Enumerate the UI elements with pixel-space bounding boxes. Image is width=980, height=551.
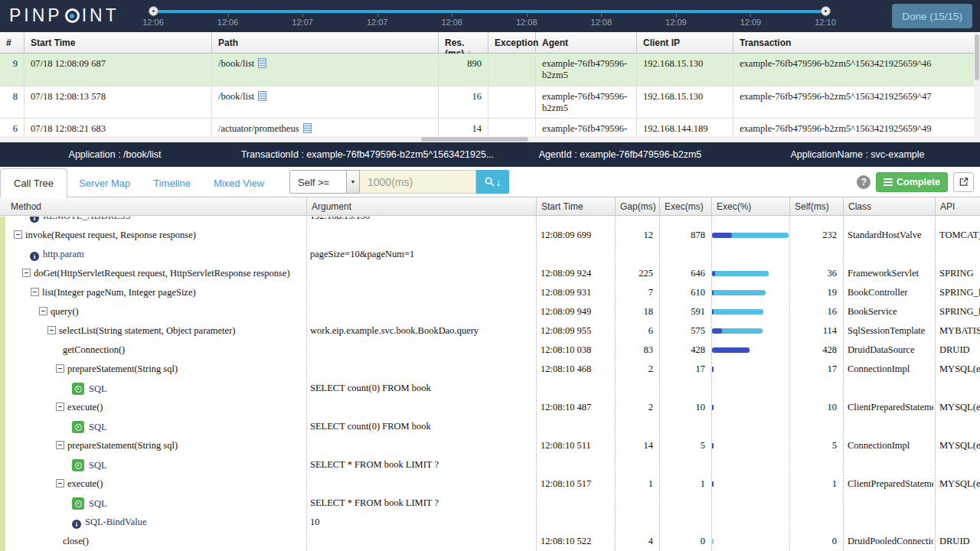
tree-col-header[interactable]: Argument [306, 197, 536, 216]
tree-col-header[interactable]: Gap(ms) [615, 197, 659, 216]
collapse-expander-icon[interactable] [56, 441, 64, 449]
tx-cell[interactable]: example-76fb479596-b2zm5 [536, 86, 637, 118]
call-tree-row[interactable]: SQL SELECT count(0) FROM book [0, 379, 980, 398]
timeline-slider[interactable]: 12:06 12:06 12:07 12:07 12:08 12:08 12:0… [153, 0, 825, 32]
tx-cell[interactable]: 07/18 12:08:09 687 [24, 54, 212, 86]
call-tree-row[interactable]: SQL SELECT * FROM book LIMIT ? [0, 455, 980, 474]
method-cell[interactable]: SQL [0, 417, 305, 436]
tx-cell[interactable]: 9 [0, 54, 24, 86]
tx-col-header[interactable]: Start Time [24, 32, 212, 54]
tx-cell[interactable]: 07/18 12:08:13 578 [24, 86, 212, 118]
call-tree-row[interactable]: prepareStatement(String sql) 12:08:10 46… [0, 360, 980, 379]
method-cell[interactable]: execute() [0, 398, 305, 417]
method-cell[interactable]: SQL [0, 494, 305, 513]
method-cell[interactable]: doGet(HttpServletRequest request, HttpSe… [0, 264, 305, 283]
tx-cell[interactable]: 16 [439, 86, 488, 118]
tab-server-map[interactable]: Server Map [67, 169, 142, 197]
tx-cell[interactable]: /book/list [212, 54, 439, 86]
tree-col-header[interactable]: Class [843, 197, 935, 216]
tx-cell[interactable] [488, 86, 536, 118]
transactions-vscrollbar[interactable] [974, 32, 980, 136]
method-cell[interactable]: selectList(String statement, Object para… [0, 321, 305, 341]
call-tree-row[interactable]: execute() 12:08:10 517 1 1 1 ClientPrepa… [0, 474, 980, 494]
collapse-expander-icon[interactable] [31, 288, 39, 296]
call-tree-row[interactable]: selectList(String statement, Object para… [0, 321, 980, 341]
sql-view-icon[interactable] [72, 421, 84, 433]
call-tree-row[interactable]: iSQL-BindValue 10 [0, 513, 980, 532]
method-cell[interactable]: iSQL-BindValue [0, 513, 305, 532]
call-tree-row[interactable]: list(Integer pageNum, Integer pageSize) … [0, 283, 980, 302]
transaction-row[interactable]: 807/18 12:08:13 578/book/list16example-7… [0, 86, 980, 119]
collapse-expander-icon[interactable] [56, 364, 64, 373]
call-tree-row[interactable]: invoke(Request request, Response respons… [0, 226, 980, 245]
tx-cell[interactable] [488, 54, 536, 86]
tx-cell[interactable]: example-76fb479596-b2zm5^1563421925659^4… [733, 54, 980, 86]
tab-mixed-view[interactable]: Mixed View [202, 169, 276, 197]
complete-button[interactable]: Complete [876, 172, 948, 192]
slider-handle-right[interactable] [821, 6, 831, 16]
filter-threshold-input[interactable] [360, 170, 476, 194]
collapse-expander-icon[interactable] [39, 307, 47, 315]
collapse-expander-icon[interactable] [22, 269, 31, 277]
path-detail-icon[interactable] [258, 91, 266, 101]
path-detail-icon[interactable] [303, 123, 312, 133]
chevron-down-icon[interactable]: ▼ [346, 171, 359, 193]
method-cell[interactable]: list(Integer pageNum, Integer pageSize) [0, 283, 305, 302]
method-cell[interactable]: iREMOTE_ADDRESS [0, 217, 305, 226]
tree-col-header[interactable]: Exec(%) [711, 197, 789, 216]
path-detail-icon[interactable] [258, 58, 266, 68]
call-tree-row[interactable]: prepareStatement(String sql) 12:08:10 51… [0, 436, 980, 455]
tx-cell[interactable]: 8 [0, 86, 24, 118]
filter-search-button[interactable]: ↓ [476, 170, 509, 194]
tx-cell[interactable]: /book/list [212, 86, 439, 118]
timeline-slider-track[interactable] [153, 10, 825, 13]
tx-col-header[interactable]: Exception [488, 32, 536, 54]
call-tree-row[interactable]: getConnection() 12:08:10 038 83 428 428 … [0, 341, 980, 360]
tree-col-header[interactable]: Method [6, 197, 306, 216]
tx-col-header[interactable]: Transaction [733, 32, 980, 54]
tx-col-header[interactable]: Agent [536, 32, 637, 54]
method-cell[interactable]: execute() [0, 474, 305, 494]
tree-col-header[interactable]: Exec(ms) [659, 197, 711, 216]
hscrollbar-thumb[interactable] [421, 137, 528, 142]
method-cell[interactable]: ihttp.param [0, 245, 305, 264]
tx-cell[interactable]: example-76fb479596-b2zm5 [536, 54, 637, 86]
method-cell[interactable]: SQL [0, 455, 305, 474]
method-cell[interactable]: SQL [0, 379, 305, 398]
done-button[interactable]: Done (15/15) [892, 4, 972, 28]
tab-call-tree[interactable]: Call Tree [0, 168, 67, 198]
call-tree-row[interactable]: query() 12:08:09 949 18 591 16 BookServi… [0, 302, 980, 321]
tx-cell[interactable]: 192.168.15.130 [637, 86, 733, 118]
method-cell[interactable]: prepareStatement(String sql) [0, 436, 305, 455]
method-cell[interactable]: close() [0, 532, 305, 551]
vscrollbar-thumb[interactable] [975, 34, 979, 80]
filter-select[interactable]: Self >= ▼ [289, 170, 360, 194]
call-tree-row[interactable]: doGet(HttpServletRequest request, HttpSe… [0, 264, 980, 283]
call-tree-row[interactable]: ihttp.param pageSize=10&pageNum=1 [0, 245, 980, 264]
tx-cell[interactable]: example-76fb479596-b2zm5^1563421925659^4… [733, 86, 980, 118]
method-cell[interactable]: getConnection() [0, 341, 305, 360]
collapse-expander-icon[interactable] [56, 403, 64, 411]
collapse-expander-icon[interactable] [14, 230, 22, 239]
tree-col-header[interactable]: Start Time [536, 197, 615, 216]
transaction-row[interactable]: 907/18 12:08:09 687/book/list890example-… [0, 54, 980, 86]
tx-col-header[interactable]: Client IP [637, 32, 733, 54]
tx-col-header[interactable]: # [0, 32, 24, 54]
call-tree-row[interactable]: close() 12:08:10 522 4 0 0 DruidPooledCo… [0, 532, 980, 551]
tx-cell[interactable]: 890 [439, 54, 488, 86]
sql-view-icon[interactable] [72, 459, 84, 471]
call-tree-row[interactable]: execute() 12:08:10 487 2 10 10 ClientPre… [0, 398, 980, 417]
method-cell[interactable]: query() [0, 302, 305, 321]
sql-view-icon[interactable] [72, 497, 84, 510]
collapse-expander-icon[interactable] [47, 326, 56, 334]
tx-cell[interactable]: 192.168.15.130 [637, 54, 733, 86]
tree-col-header[interactable]: Self(ms) [789, 197, 843, 216]
collapse-expander-icon[interactable] [56, 479, 64, 487]
call-tree-row[interactable]: SQL SELECT * FROM book LIMIT ? [0, 494, 980, 513]
call-tree-row[interactable]: iREMOTE_ADDRESS 192.168.15.130 [0, 217, 980, 226]
help-icon[interactable]: ? [857, 175, 871, 189]
method-cell[interactable]: invoke(Request request, Response respons… [0, 226, 305, 245]
call-tree-row[interactable]: SQL SELECT count(0) FROM book [0, 417, 980, 436]
transactions-hscrollbar[interactable] [0, 136, 980, 142]
sql-view-icon[interactable] [72, 383, 84, 395]
